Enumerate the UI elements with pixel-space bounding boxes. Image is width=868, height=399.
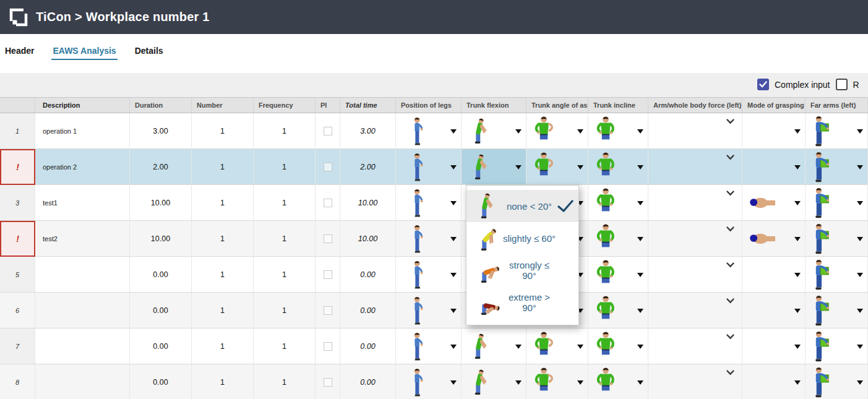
r-checkbox[interactable] xyxy=(836,79,848,90)
pi-checkbox[interactable] xyxy=(324,306,332,315)
position-of-legs-cell[interactable] xyxy=(396,293,462,328)
frequency-cell[interactable]: 1 xyxy=(254,257,316,293)
far-arms-cell[interactable] xyxy=(806,185,868,221)
duration-cell[interactable]: 2.00 xyxy=(130,149,192,185)
arm-force-cell[interactable] xyxy=(648,113,742,149)
row-number-cell[interactable]: 3 xyxy=(0,185,35,221)
arm-force-cell[interactable] xyxy=(648,364,742,399)
frequency-cell[interactable]: 1 xyxy=(254,221,316,257)
number-cell[interactable]: 1 xyxy=(192,149,254,185)
frequency-cell[interactable]: 1 xyxy=(254,364,316,399)
tab-details[interactable]: Details xyxy=(134,43,165,60)
frequency-cell[interactable]: 1 xyxy=(254,328,316,364)
dropdown-option-bend-extreme[interactable]: extreme > 90° xyxy=(466,286,578,319)
number-cell[interactable]: 1 xyxy=(192,221,254,257)
trunk-angle-cell[interactable] xyxy=(526,364,588,399)
far-arms-cell[interactable] xyxy=(806,328,868,364)
pi-checkbox[interactable] xyxy=(324,270,332,279)
duration-cell[interactable]: 0.00 xyxy=(130,293,192,328)
position-of-legs-cell[interactable] xyxy=(396,364,462,399)
number-cell[interactable]: 1 xyxy=(192,185,254,221)
trunk-incline-cell[interactable] xyxy=(588,113,648,149)
duration-cell[interactable]: 0.00 xyxy=(130,257,192,293)
pi-checkbox[interactable] xyxy=(324,199,332,207)
duration-cell[interactable]: 3.00 xyxy=(130,113,192,149)
dropdown-option-bend-slightly[interactable]: slightly ≤ 60° xyxy=(466,222,578,254)
description-cell[interactable] xyxy=(35,364,130,399)
mode-of-grasping-cell[interactable] xyxy=(742,257,806,293)
dropdown-option-bend-strongly[interactable]: strongly ≤ 90° xyxy=(466,254,578,286)
duration-cell[interactable]: 0.00 xyxy=(130,328,192,364)
row-number-cell[interactable]: 1 xyxy=(0,113,35,149)
far-arms-cell[interactable] xyxy=(806,364,868,399)
number-cell[interactable]: 1 xyxy=(192,364,254,399)
arm-force-cell[interactable] xyxy=(648,328,742,364)
mode-of-grasping-cell[interactable] xyxy=(742,149,806,185)
frequency-cell[interactable]: 1 xyxy=(254,185,316,221)
number-cell[interactable]: 1 xyxy=(192,328,254,364)
trunk-incline-cell[interactable] xyxy=(588,149,648,185)
frequency-cell[interactable]: 1 xyxy=(254,149,316,185)
arm-force-cell[interactable] xyxy=(648,257,742,293)
description-cell[interactable] xyxy=(35,328,130,364)
frequency-cell[interactable]: 1 xyxy=(254,113,316,149)
far-arms-cell[interactable] xyxy=(806,257,868,293)
trunk-angle-cell[interactable] xyxy=(526,328,588,364)
arm-force-cell[interactable] xyxy=(648,221,742,257)
trunk-angle-cell[interactable] xyxy=(526,149,588,185)
position-of-legs-cell[interactable] xyxy=(396,113,462,149)
description-cell[interactable]: test1 xyxy=(35,185,130,221)
far-arms-cell[interactable] xyxy=(806,149,868,185)
trunk-incline-cell[interactable] xyxy=(588,185,648,221)
tab-eaws-analysis[interactable]: EAWS Analysis xyxy=(51,43,117,60)
description-cell[interactable]: operation 1 xyxy=(35,113,130,149)
arm-force-cell[interactable] xyxy=(648,293,742,328)
arm-force-cell[interactable] xyxy=(648,149,742,185)
far-arms-cell[interactable] xyxy=(806,293,868,328)
pi-checkbox[interactable] xyxy=(324,378,332,387)
complex-input-checkbox[interactable] xyxy=(757,79,769,90)
arm-force-cell[interactable] xyxy=(648,185,742,221)
mode-of-grasping-cell[interactable] xyxy=(742,185,806,221)
position-of-legs-cell[interactable] xyxy=(396,149,462,185)
error-marker-cell[interactable]: ! xyxy=(0,221,35,257)
mode-of-grasping-cell[interactable] xyxy=(742,113,806,149)
row-number-cell[interactable]: 7 xyxy=(0,328,35,364)
dropdown-option-bend-none[interactable]: none < 20° xyxy=(466,190,578,222)
trunk-angle-cell[interactable] xyxy=(526,113,588,149)
pi-checkbox[interactable] xyxy=(324,342,332,351)
number-cell[interactable]: 1 xyxy=(192,113,254,149)
far-arms-cell[interactable] xyxy=(806,113,868,149)
trunk-flexion-cell[interactable] xyxy=(462,113,526,149)
trunk-incline-cell[interactable] xyxy=(588,328,648,364)
number-cell[interactable]: 1 xyxy=(192,293,254,328)
tab-header[interactable]: Header xyxy=(4,43,35,60)
mode-of-grasping-cell[interactable] xyxy=(742,221,806,257)
position-of-legs-cell[interactable] xyxy=(396,257,462,293)
trunk-incline-cell[interactable] xyxy=(588,257,648,293)
trunk-incline-cell[interactable] xyxy=(588,221,648,257)
pi-checkbox[interactable] xyxy=(324,234,332,243)
row-number-cell[interactable]: 8 xyxy=(0,364,35,399)
number-cell[interactable]: 1 xyxy=(192,257,254,293)
error-marker-cell[interactable]: ! xyxy=(0,149,35,185)
frequency-cell[interactable]: 1 xyxy=(254,293,316,328)
trunk-flexion-cell[interactable] xyxy=(462,328,526,364)
position-of-legs-cell[interactable] xyxy=(396,328,462,364)
trunk-flexion-cell[interactable] xyxy=(462,149,526,185)
description-cell[interactable] xyxy=(35,257,130,293)
row-number-cell[interactable]: 5 xyxy=(0,257,35,293)
description-cell[interactable] xyxy=(35,293,130,328)
pi-checkbox[interactable] xyxy=(324,163,332,171)
pi-checkbox[interactable] xyxy=(324,127,332,135)
duration-cell[interactable]: 10.00 xyxy=(130,185,192,221)
row-number-cell[interactable]: 6 xyxy=(0,293,35,328)
mode-of-grasping-cell[interactable] xyxy=(742,328,806,364)
position-of-legs-cell[interactable] xyxy=(396,221,462,257)
trunk-flexion-cell[interactable] xyxy=(462,364,526,399)
description-cell[interactable]: test2 xyxy=(35,221,130,257)
duration-cell[interactable]: 10.00 xyxy=(130,221,192,257)
trunk-incline-cell[interactable] xyxy=(588,364,648,399)
mode-of-grasping-cell[interactable] xyxy=(742,293,806,328)
position-of-legs-cell[interactable] xyxy=(396,185,462,221)
